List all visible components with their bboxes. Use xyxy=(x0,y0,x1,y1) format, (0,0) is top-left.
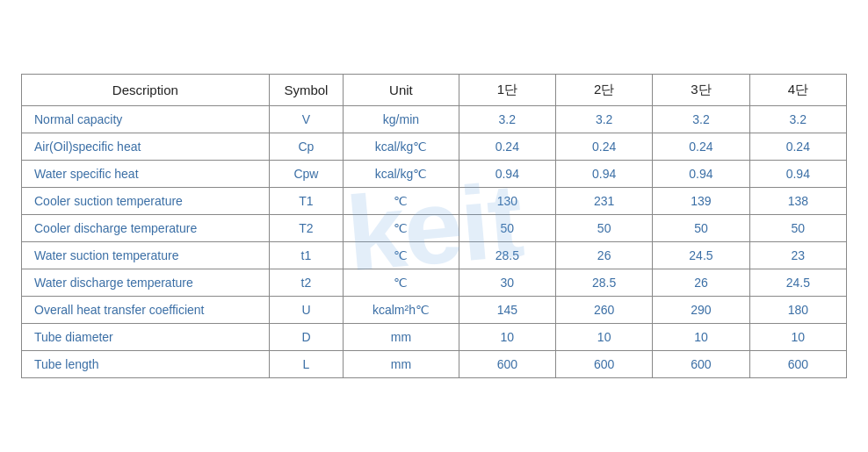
header-stage4: 4단 xyxy=(749,75,846,106)
cell-unit: ℃ xyxy=(344,269,459,297)
cell-stage4: 138 xyxy=(749,188,846,215)
cell-stage3: 290 xyxy=(653,297,749,324)
table-row: Cooler discharge temperatureT2℃50505050 xyxy=(22,215,847,242)
cell-stage2: 0.94 xyxy=(555,161,652,188)
cell-stage3: 139 xyxy=(653,188,749,215)
cell-description: Cooler discharge temperature xyxy=(22,215,270,242)
table-body: Normal capacityVkg/min3.23.23.23.2Air(Oi… xyxy=(22,106,847,378)
cell-stage2: 26 xyxy=(555,242,652,269)
cell-stage2: 10 xyxy=(555,324,652,351)
cell-stage2: 0.24 xyxy=(555,133,652,161)
cell-stage4: 180 xyxy=(749,297,846,324)
cell-symbol: Cp xyxy=(269,133,344,161)
cell-stage1: 130 xyxy=(459,188,555,215)
cell-stage4: 0.94 xyxy=(749,161,846,188)
cell-description: Normal capacity xyxy=(22,106,270,133)
table-row: Water suction temperaturet1℃28.52624.523 xyxy=(22,242,847,269)
cell-stage2: 3.2 xyxy=(555,106,652,133)
data-table: Description Symbol Unit 1단 2단 3단 4단 Norm… xyxy=(21,74,847,378)
cell-description: Cooler suction temperature xyxy=(22,188,270,215)
cell-stage3: 10 xyxy=(653,324,749,351)
cell-unit: mm xyxy=(344,324,459,351)
cell-stage3: 0.94 xyxy=(653,161,749,188)
cell-stage2: 231 xyxy=(555,188,652,215)
cell-description: Overall heat transfer coefficient xyxy=(22,297,270,324)
cell-symbol: T2 xyxy=(269,215,344,242)
header-stage3: 3단 xyxy=(653,75,749,106)
cell-stage1: 3.2 xyxy=(459,106,555,133)
table-row: Overall heat transfer coefficientUkcalm²… xyxy=(22,297,847,324)
cell-description: Water specific heat xyxy=(22,161,270,188)
header-stage1: 1단 xyxy=(459,75,555,106)
cell-symbol: T1 xyxy=(269,188,344,215)
table-row: Water discharge temperaturet2℃3028.52624… xyxy=(22,269,847,297)
cell-symbol: t1 xyxy=(269,242,344,269)
cell-stage3: 26 xyxy=(653,269,749,297)
cell-symbol: t2 xyxy=(269,269,344,297)
cell-stage4: 50 xyxy=(749,215,846,242)
cell-stage1: 50 xyxy=(459,215,555,242)
cell-stage3: 0.24 xyxy=(653,133,749,161)
header-description: Description xyxy=(22,75,270,106)
cell-stage2: 260 xyxy=(555,297,652,324)
cell-stage4: 3.2 xyxy=(749,106,846,133)
cell-symbol: Cpw xyxy=(269,161,344,188)
cell-description: Tube length xyxy=(22,351,270,378)
cell-symbol: V xyxy=(269,106,344,133)
cell-stage1: 0.94 xyxy=(459,161,555,188)
header-row: Description Symbol Unit 1단 2단 3단 4단 xyxy=(22,75,847,106)
cell-stage4: 10 xyxy=(749,324,846,351)
cell-stage2: 600 xyxy=(555,351,652,378)
cell-stage1: 0.24 xyxy=(459,133,555,161)
cell-unit: ℃ xyxy=(344,188,459,215)
cell-stage1: 145 xyxy=(459,297,555,324)
cell-stage4: 23 xyxy=(749,242,846,269)
cell-unit: ℃ xyxy=(344,215,459,242)
cell-unit: mm xyxy=(344,351,459,378)
cell-unit: kcalm²h℃ xyxy=(344,297,459,324)
cell-stage3: 600 xyxy=(653,351,749,378)
cell-unit: kcal/kg℃ xyxy=(344,161,459,188)
cell-stage4: 0.24 xyxy=(749,133,846,161)
cell-unit: ℃ xyxy=(344,242,459,269)
cell-symbol: D xyxy=(269,324,344,351)
header-symbol: Symbol xyxy=(269,75,344,106)
table-row: Tube diameterDmm10101010 xyxy=(22,324,847,351)
header-stage2: 2단 xyxy=(555,75,652,106)
cell-symbol: L xyxy=(269,351,344,378)
cell-description: Air(Oil)specific heat xyxy=(22,133,270,161)
cell-stage1: 30 xyxy=(459,269,555,297)
table-row: Cooler suction temperatureT1℃13023113913… xyxy=(22,188,847,215)
cell-stage3: 3.2 xyxy=(653,106,749,133)
table-row: Tube lengthLmm600600600600 xyxy=(22,351,847,378)
cell-stage1: 28.5 xyxy=(459,242,555,269)
table-row: Water specific heatCpwkcal/kg℃0.940.940.… xyxy=(22,161,847,188)
cell-description: Water suction temperature xyxy=(22,242,270,269)
cell-stage2: 50 xyxy=(555,215,652,242)
cell-description: Tube diameter xyxy=(22,324,270,351)
header-unit: Unit xyxy=(344,75,459,106)
cell-stage1: 10 xyxy=(459,324,555,351)
table-row: Normal capacityVkg/min3.23.23.23.2 xyxy=(22,106,847,133)
cell-symbol: U xyxy=(269,297,344,324)
table-row: Air(Oil)specific heatCpkcal/kg℃0.240.240… xyxy=(22,133,847,161)
cell-unit: kg/min xyxy=(344,106,459,133)
cell-stage4: 600 xyxy=(749,351,846,378)
cell-stage3: 24.5 xyxy=(653,242,749,269)
cell-stage1: 600 xyxy=(459,351,555,378)
cell-stage4: 24.5 xyxy=(749,269,846,297)
cell-unit: kcal/kg℃ xyxy=(344,133,459,161)
table-wrapper: keit Description Symbol Unit 1단 2단 3단 4단… xyxy=(21,74,847,378)
cell-stage3: 50 xyxy=(653,215,749,242)
cell-stage2: 28.5 xyxy=(555,269,652,297)
cell-description: Water discharge temperature xyxy=(22,269,270,297)
